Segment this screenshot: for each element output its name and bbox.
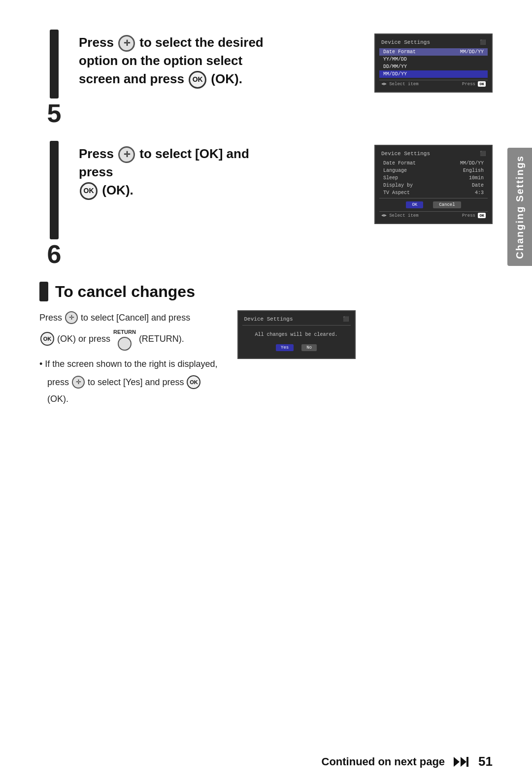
step-5-bar [50, 30, 59, 98]
section-header: To cancel changes [39, 282, 493, 301]
continued-text: Continued on next page [322, 755, 445, 768]
svg-marker-2 [461, 757, 466, 767]
screen-no-btn: No [301, 344, 317, 351]
step-5-block: 5 Press ✛ to select the desired option o… [39, 30, 493, 126]
return-icon [118, 337, 132, 351]
cancel-line-3: press ✛ to select [Yes] and press OK [39, 375, 218, 390]
screen-ok-btn: OK [406, 201, 423, 208]
step-6-block: 6 Press ✛ to select [OK] and press OK (O… [39, 141, 493, 267]
step-6-text: Press ✛ to select [OK] and press OK (OK)… [79, 145, 286, 200]
screen-cancel-title: Device Settings [244, 316, 293, 322]
screen-mockup-5: Device Settings ⬛ Date Format MM/DD/YY Y… [374, 33, 493, 93]
step-6-content: Press ✛ to select [OK] and press OK (OK)… [79, 141, 493, 224]
cancel-section: To cancel changes Press ✛ to select [Can… [39, 282, 493, 407]
screen-6-title: Device Settings [381, 151, 430, 157]
ok-icon-cancel: OK [40, 332, 54, 346]
section-title: To cancel changes [55, 283, 195, 301]
section-bar [39, 282, 48, 301]
ok-icon-yes: OK [187, 375, 200, 389]
screen-cancel-icon: ⬛ [343, 316, 349, 322]
screen-6-row-1: LanguageEnglish [379, 167, 488, 174]
screen-yesno: Yes No [242, 342, 351, 354]
screen-5-row-1: YY/MM/DD [379, 56, 488, 63]
right-sidebar: Changing Settings [507, 148, 532, 266]
screen-mockup-cancel: Device Settings ⬛ All changes will be cl… [237, 310, 356, 359]
nav-icon-5: ✛ [118, 35, 135, 52]
page-number: 51 [478, 754, 493, 769]
screen-mockup-6: Device Settings ⬛ Date FormatMM/DD/YY La… [374, 145, 493, 224]
screen-cancel-text: All changes will be cleared. [242, 327, 351, 342]
screen-5-icon: ⬛ [480, 39, 486, 45]
sidebar-label: Changing Settings [514, 155, 526, 259]
step-6-number: 6 [47, 241, 62, 267]
step-5-content: Press ✛ to select the desired option on … [79, 30, 493, 93]
step-6-number-col: 6 [39, 141, 69, 267]
step-5-number: 5 [47, 100, 62, 126]
screen-cancel-btn: Cancel [433, 201, 461, 208]
nav-icon-yes: ✛ [72, 376, 85, 389]
nav-icon-cancel: ✛ [65, 311, 78, 324]
cancel-bullet-1: • If the screen shown to the right is di… [39, 357, 218, 372]
screen-5-footer: ◄► Select item Press OK [379, 80, 488, 88]
svg-rect-3 [466, 757, 468, 767]
cancel-line-1: Press ✛ to select [Cancel] and press [39, 310, 218, 326]
step-5-text: Press ✛ to select the desired option on … [79, 33, 286, 89]
screen-6-buttons: OK Cancel [379, 201, 488, 208]
screen-6-row-0: Date FormatMM/DD/YY [379, 160, 488, 167]
nav-icon-6: ✛ [118, 146, 135, 163]
continue-arrow-icon [453, 755, 470, 769]
cancel-text-block: Press ✛ to select [Cancel] and press OK … [39, 310, 218, 407]
cancel-line-4: (OK). [39, 392, 218, 407]
step-5-number-col: 5 [39, 30, 69, 126]
screen-yes-btn: Yes [276, 344, 294, 351]
step-6-bar [50, 141, 59, 239]
screen-5-row-0: Date Format MM/DD/YY [379, 48, 488, 56]
screen-6-icon: ⬛ [480, 151, 486, 157]
screen-6-row-2: Sleep10min [379, 174, 488, 182]
return-wrapper: RETURN [113, 327, 136, 351]
screen-6-row-3: Display byDate [379, 182, 488, 189]
svg-marker-1 [454, 757, 460, 767]
ok-icon-6: OK [80, 182, 98, 200]
cancel-line-2: OK (OK) or press RETURN (RETURN). [39, 327, 218, 351]
bottom-bar: Continued on next page 51 [0, 754, 532, 769]
ok-icon-5: OK [189, 71, 206, 89]
screen-6-footer: ◄► Select item Press OK [379, 211, 488, 219]
screen-5-row-2: DD/MM/YY [379, 63, 488, 70]
screen-5-title: Device Settings [381, 39, 430, 45]
return-label: RETURN [113, 327, 136, 337]
screen-6-row-4: TV Aspect4:3 [379, 189, 488, 196]
screen-5-row-3: MM/DD/YY [379, 70, 488, 78]
